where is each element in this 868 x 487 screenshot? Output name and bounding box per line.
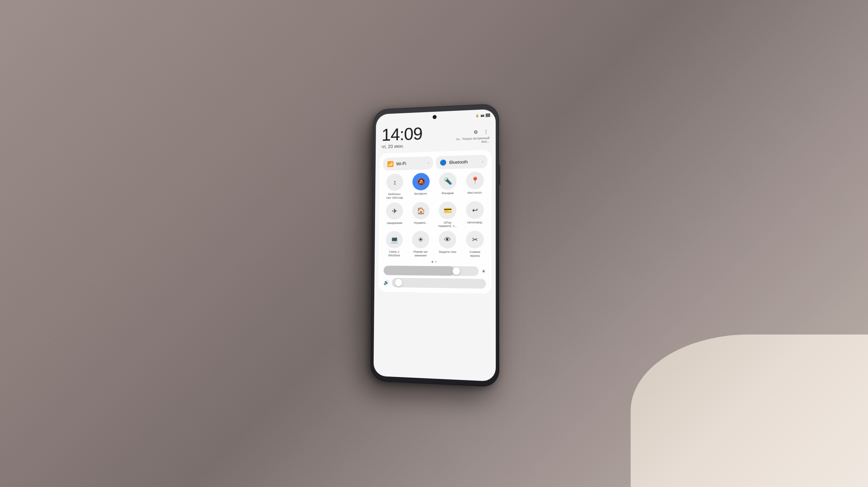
lock-icon: 🔒 xyxy=(475,114,479,117)
toggle-silent: 🔕 Беззвучн. xyxy=(409,173,433,199)
wifi-icon: 📶 xyxy=(387,161,394,167)
brightness-slider[interactable] xyxy=(383,265,478,276)
location-toggle-label: Местопол. xyxy=(468,191,482,195)
power-button xyxy=(499,164,500,185)
header: 14:09 чт, 20 июн. ⚙ ⋮ ты · Только экстре… xyxy=(376,118,496,151)
volume-row: 🔊 xyxy=(382,278,487,288)
bluetooth-tile[interactable]: 🔵 Bluetooth › xyxy=(436,155,487,169)
toggle-home: 🏠 Управле... xyxy=(409,202,433,228)
connectivity-row: 📶 Wi-Fi › 🔵 Bluetooth › xyxy=(383,155,487,170)
toggle-grid-row2: ✈ Авиарежим 🏠 Управле... 💳 GPay Нажмите,… xyxy=(383,201,488,228)
wifi-label: Wi-Fi xyxy=(396,161,406,166)
page-dot-1 xyxy=(431,261,433,262)
gpay-toggle-btn[interactable]: 💳 xyxy=(439,201,456,219)
emergency-text: ты · Только экстренный выз... xyxy=(455,136,490,144)
eyeprotect-toggle-label: Защита глаз xyxy=(439,250,456,254)
mobile-toggle-label: Мобильн. Нет SIM-кар xyxy=(386,192,404,200)
toggle-mobile: ↕ Мобильн. Нет SIM-кар xyxy=(383,173,407,200)
brightness-row: ☀ xyxy=(382,265,487,276)
brightness-thumb xyxy=(452,267,460,275)
camera-notch xyxy=(433,115,437,119)
pagination-dots xyxy=(382,260,488,263)
toggle-airplane: ✈ Авиарежим xyxy=(383,202,407,228)
toggle-grid-row1: ↕ Мобильн. Нет SIM-кар 🔕 Беззвучн. 🔦 Фон… xyxy=(383,171,487,200)
phone-device: 🔒 📷 ▓▓ 14:09 чт, 20 июн. ⚙ ⋮ ты · Только… xyxy=(370,103,499,387)
camera-status-icon: 📷 xyxy=(480,113,484,117)
volume-icon: 🔊 xyxy=(383,280,389,285)
silent-toggle-label: Беззвучн. xyxy=(414,192,428,196)
overflow-menu-icon[interactable]: ⋮ xyxy=(482,128,489,135)
eyeprotect-toggle-btn[interactable]: 👁 xyxy=(439,230,456,248)
gpay-toggle-label: GPay Нажмите, ч... xyxy=(438,221,457,228)
toggle-screenshot: ✂ Снимок экрана xyxy=(462,230,487,258)
brightness-icon: ☀ xyxy=(481,268,486,274)
bluetooth-arrow: › xyxy=(482,159,483,163)
toggle-gpay: 💳 GPay Нажмите, ч... xyxy=(435,201,460,228)
volume-down-button xyxy=(371,179,372,194)
flashlight-toggle-label: Фонарик xyxy=(442,191,454,195)
screenshot-toggle-btn[interactable]: ✂ xyxy=(466,230,484,248)
toggle-autorotate: ↩ Автоповор. xyxy=(462,201,487,228)
toggle-flashlight: 🔦 Фонарик xyxy=(436,172,460,199)
airplane-toggle-btn[interactable]: ✈ xyxy=(386,202,403,220)
windows-toggle-label: Связь с Windows xyxy=(385,250,403,257)
screenshot-toggle-label: Снимок экрана xyxy=(465,250,485,258)
darkmode-toggle-btn[interactable]: ☀ xyxy=(412,231,429,248)
bg-armrest xyxy=(631,334,868,487)
header-top-icons: ⚙ ⋮ xyxy=(472,128,490,136)
autorotate-toggle-label: Автоповор. xyxy=(467,220,483,224)
quick-settings-panel: 📶 Wi-Fi › 🔵 Bluetooth › ↕ Мобильн. Нет S… xyxy=(378,149,491,293)
battery-icon: ▓▓ xyxy=(486,113,490,117)
header-icons: ⚙ ⋮ ты · Только экстренный выз... xyxy=(455,128,490,144)
bluetooth-label: Bluetooth xyxy=(449,159,468,165)
wifi-arrow: › xyxy=(428,161,429,165)
mobile-toggle-btn[interactable]: ↕ xyxy=(386,173,403,191)
flashlight-toggle-btn[interactable]: 🔦 xyxy=(439,172,457,190)
toggle-darkmode: ☀ Режим зат емнения xyxy=(409,231,433,258)
location-toggle-btn[interactable]: 📍 xyxy=(466,171,484,189)
wifi-tile[interactable]: 📶 Wi-Fi › xyxy=(383,156,433,170)
windows-toggle-btn[interactable]: 💻 xyxy=(386,231,403,248)
volume-thumb xyxy=(395,279,402,286)
autorotate-toggle-btn[interactable]: ↩ xyxy=(466,201,484,219)
volume-slider[interactable] xyxy=(392,278,486,288)
bluetooth-icon: 🔵 xyxy=(440,159,447,165)
silent-toggle-btn[interactable]: 🔕 xyxy=(412,173,430,190)
volume-up-button xyxy=(371,161,372,176)
toggle-location: 📍 Местопол. xyxy=(462,171,487,198)
home-toggle-label: Управле... xyxy=(414,221,428,224)
settings-icon[interactable]: ⚙ xyxy=(472,128,479,136)
toggle-eyeprotect: 👁 Защита глаз xyxy=(435,230,460,257)
brightness-fill xyxy=(383,265,454,276)
page-dot-2 xyxy=(435,261,436,262)
home-toggle-btn[interactable]: 🏠 xyxy=(412,202,430,219)
darkmode-toggle-label: Режим зат емнения xyxy=(411,250,430,258)
airplane-toggle-label: Авиарежим xyxy=(387,221,402,225)
phone-screen: 🔒 📷 ▓▓ 14:09 чт, 20 июн. ⚙ ⋮ ты · Только… xyxy=(374,109,496,381)
phone-wrapper: 🔒 📷 ▓▓ 14:09 чт, 20 июн. ⚙ ⋮ ты · Только… xyxy=(370,103,499,387)
toggle-grid-row3: 💻 Связь с Windows ☀ Режим зат емнения 👁 … xyxy=(382,230,487,258)
toggle-windows: 💻 Связь с Windows xyxy=(382,231,406,257)
status-icons: 🔒 📷 ▓▓ xyxy=(475,113,490,117)
